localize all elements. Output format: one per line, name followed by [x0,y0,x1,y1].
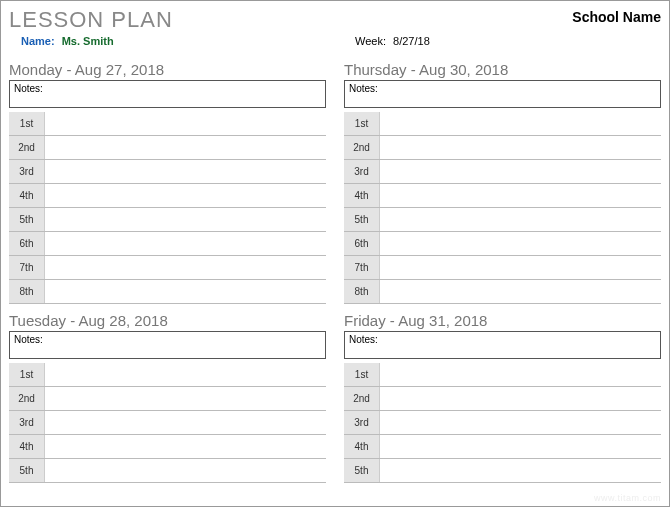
day-friday: Friday - Aug 31, 2018 Notes: 1st2nd3rd4t… [344,312,661,483]
notes-friday[interactable]: Notes: [344,331,661,359]
period-cell[interactable] [45,136,326,159]
name-label: Name: [21,35,55,47]
period-label: 1st [9,112,45,135]
period-cell[interactable] [45,184,326,207]
period-label: 5th [344,459,380,482]
period-row: 7th [9,256,326,280]
period-row: 5th [344,208,661,232]
period-row: 4th [9,184,326,208]
period-label: 3rd [9,160,45,183]
period-row: 4th [344,435,661,459]
school-name: School Name [572,7,661,25]
day-title-friday: Friday - Aug 31, 2018 [344,312,661,329]
period-cell[interactable] [45,435,326,458]
period-cell[interactable] [380,160,661,183]
periods-friday: 1st2nd3rd4th5th [344,363,661,483]
teacher-name: Ms. Smith [62,35,114,47]
period-row: 2nd [344,387,661,411]
period-label: 4th [344,184,380,207]
period-label: 3rd [344,411,380,434]
period-cell[interactable] [45,363,326,386]
notes-thursday[interactable]: Notes: [344,80,661,108]
period-label: 8th [9,280,45,303]
notes-tuesday[interactable]: Notes: [9,331,326,359]
day-title-thursday: Thursday - Aug 30, 2018 [344,61,661,78]
period-label: 1st [344,363,380,386]
period-label: 5th [9,459,45,482]
right-column: Thursday - Aug 30, 2018 Notes: 1st2nd3rd… [344,61,661,491]
periods-thursday: 1st2nd3rd4th5th6th7th8th [344,112,661,304]
period-label: 2nd [9,387,45,410]
period-cell[interactable] [45,112,326,135]
period-label: 5th [344,208,380,231]
period-row: 1st [344,112,661,136]
period-cell[interactable] [45,232,326,255]
period-cell[interactable] [380,435,661,458]
period-cell[interactable] [380,112,661,135]
period-row: 4th [9,435,326,459]
period-cell[interactable] [45,280,326,303]
period-label: 8th [344,280,380,303]
notes-monday[interactable]: Notes: [9,80,326,108]
left-column: Monday - Aug 27, 2018 Notes: 1st2nd3rd4t… [9,61,326,491]
period-row: 8th [9,280,326,304]
period-label: 6th [344,232,380,255]
period-cell[interactable] [45,256,326,279]
period-label: 4th [344,435,380,458]
period-row: 2nd [9,387,326,411]
period-row: 4th [344,184,661,208]
period-row: 1st [9,112,326,136]
period-row: 3rd [344,160,661,184]
day-title-monday: Monday - Aug 27, 2018 [9,61,326,78]
period-cell[interactable] [380,387,661,410]
day-monday: Monday - Aug 27, 2018 Notes: 1st2nd3rd4t… [9,61,326,304]
period-cell[interactable] [45,387,326,410]
period-cell[interactable] [380,208,661,231]
period-label: 6th [9,232,45,255]
period-label: 4th [9,435,45,458]
period-label: 1st [344,112,380,135]
period-row: 5th [9,208,326,232]
period-label: 5th [9,208,45,231]
period-cell[interactable] [380,136,661,159]
period-row: 3rd [9,160,326,184]
day-thursday: Thursday - Aug 30, 2018 Notes: 1st2nd3rd… [344,61,661,304]
period-cell[interactable] [45,208,326,231]
period-row: 1st [9,363,326,387]
period-cell[interactable] [380,363,661,386]
period-row: 1st [344,363,661,387]
period-label: 2nd [9,136,45,159]
period-cell[interactable] [380,459,661,482]
period-cell[interactable] [380,280,661,303]
period-cell[interactable] [380,184,661,207]
watermark: www.titam.com [594,493,661,503]
period-row: 8th [344,280,661,304]
period-row: 5th [344,459,661,483]
period-cell[interactable] [380,256,661,279]
week-label: Week: [355,35,386,47]
period-row: 3rd [9,411,326,435]
period-label: 7th [9,256,45,279]
periods-monday: 1st2nd3rd4th5th6th7th8th [9,112,326,304]
period-label: 4th [9,184,45,207]
period-row: 6th [344,232,661,256]
day-title-tuesday: Tuesday - Aug 28, 2018 [9,312,326,329]
period-row: 5th [9,459,326,483]
period-label: 7th [344,256,380,279]
period-cell[interactable] [45,459,326,482]
page-title: LESSON PLAN [9,7,173,33]
period-cell[interactable] [45,411,326,434]
period-label: 1st [9,363,45,386]
periods-tuesday: 1st2nd3rd4th5th [9,363,326,483]
period-label: 3rd [9,411,45,434]
period-row: 6th [9,232,326,256]
week-value: 8/27/18 [393,35,430,47]
period-cell[interactable] [45,160,326,183]
period-row: 7th [344,256,661,280]
period-cell[interactable] [380,411,661,434]
period-label: 2nd [344,387,380,410]
day-tuesday: Tuesday - Aug 28, 2018 Notes: 1st2nd3rd4… [9,312,326,483]
period-cell[interactable] [380,232,661,255]
period-row: 2nd [9,136,326,160]
period-label: 2nd [344,136,380,159]
